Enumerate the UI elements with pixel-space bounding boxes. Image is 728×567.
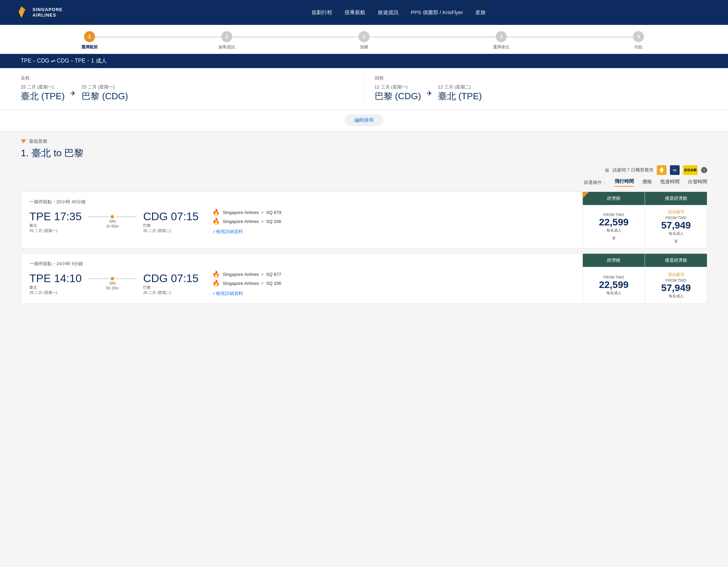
nav-item-0[interactable]: 規劃行程	[311, 9, 332, 16]
nav-item-1[interactable]: 搭乘新航	[345, 9, 365, 16]
logo-text-line1: SINGAPORE	[32, 7, 63, 12]
economy-body-1: FROM TWD 22,599 每名成人	[583, 267, 645, 304]
inbound-label: 回程	[375, 75, 708, 81]
airline-details-1: 🔥 Singapore Airlines • SQ 877 🔥 Singapor…	[212, 270, 281, 297]
economy-body-0: FROM TWD 22,599 每名成人 ∨	[583, 205, 645, 248]
via-0: SIN	[109, 219, 115, 223]
duration-1: 5h 20m	[106, 286, 119, 290]
premium-economy-header-1: 優選經濟艙	[645, 254, 707, 267]
arr-code-0: 巴黎	[143, 223, 198, 228]
inbound-plane-icon: ✈	[427, 89, 432, 97]
price-boxes-0: 經濟艙 FROM TWD 22,599 每名成人 ∨ 優選經濟艙 混合艙等 FR…	[582, 192, 707, 248]
filter-arrival-time[interactable]: 抵達時間	[660, 179, 680, 186]
triangle-icon	[21, 139, 26, 143]
main-content: 最低票價 1. 臺北 to 巴黎 ⊞ 請參閱 7 日機票費用 SK 新航集團 i…	[0, 131, 728, 316]
mixed-badge-1: 混合艙等	[668, 272, 684, 278]
step-1-circle: 1	[84, 31, 95, 42]
view-details-0[interactable]: ✓檢視詳細資料	[212, 229, 281, 235]
stops-label-1: 一個停留點・24小時 5分鐘	[29, 261, 574, 267]
sq-logo	[657, 165, 666, 175]
step-2-label: 旅客資訊	[218, 44, 235, 50]
filter-flight-time[interactable]: 飛行時間	[615, 178, 634, 187]
premium-economy-box-0[interactable]: 優選經濟艙 混合艙等 FROM TWD 57,949 每名成人 ∨	[645, 192, 707, 248]
step-1: 1 選擇航班	[21, 31, 158, 54]
flight-details: 去程 25 二月 (星期一) 臺北 (TPE) ✈ 25 二月 (星期一) 巴黎…	[0, 68, 728, 110]
economy-chevron-0[interactable]: ∨	[612, 234, 616, 241]
step-3-label: 加購	[360, 44, 368, 50]
premium-economy-box-1[interactable]: 優選經濟艙 混合艙等 FROM TWD 57,949 每名成人	[645, 254, 707, 304]
inbound-from-city: 巴黎 (CDG)	[375, 90, 421, 102]
economy-header-1: 經濟艙	[583, 254, 645, 267]
arrival-block-0: CDG 07:15 巴黎 26 二月 (星期二)	[143, 210, 198, 233]
route-banner: TPE－CDG ⇌ CDG－TPE・1 成人	[0, 54, 728, 68]
premium-chevron-0[interactable]: ∨	[674, 238, 678, 244]
singapore-airlines-logo-icon	[14, 5, 29, 20]
economy-price-0: 22,599	[599, 217, 629, 228]
arr-date-0: 26 二月 (星期二)	[143, 228, 198, 233]
airline-row-1-1: 🔥 Singapore Airlines • SQ 336	[212, 279, 281, 287]
steps: 1 選擇航班 2 旅客資訊 3 加購 4 選擇座位 5 付款	[21, 31, 707, 54]
arr-time-0: CDG 07:15	[143, 210, 198, 223]
stops-label-0: 一個停留點・20小時 40分鐘	[29, 199, 574, 205]
navbar: SINGAPORE AIRLINES 規劃行程 搭乘新航 旅遊資訊 PPS 俱樂…	[0, 0, 728, 25]
flight-info-0: 一個停留點・20小時 40分鐘 TPE 17:35 臺北 25 二月 (星期一)…	[21, 192, 582, 248]
edit-search-button[interactable]: 編輯搜尋	[345, 114, 383, 126]
nav-item-4[interactable]: 差旅	[475, 9, 486, 16]
dep-code-0: 臺北	[29, 223, 82, 228]
svg-marker-2	[660, 167, 664, 173]
departure-block-0: TPE 17:35 臺北 25 二月 (星期一)	[29, 210, 82, 233]
flight-row-0: TPE 17:35 臺北 25 二月 (星期一) SIN 1h 55m CDG …	[29, 208, 574, 235]
outbound-from-block: 25 二月 (星期一) 臺北 (TPE)	[21, 84, 65, 102]
step-5-circle: 5	[633, 31, 644, 42]
scoot-logo: 新航集團	[683, 165, 698, 175]
view-details-1[interactable]: ✓檢視詳細資料	[212, 290, 281, 297]
info-icon[interactable]: i	[701, 167, 707, 173]
premium-economy-body-0: 混合艙等 FROM TWD 57,949 每名成人 ∨	[645, 205, 707, 248]
logo-text-line2: AIRLINES	[32, 12, 63, 18]
sq-flame-1-1: 🔥	[212, 279, 220, 287]
step-3: 3 加購	[295, 31, 432, 54]
mixed-badge-0: 混合艙等	[668, 209, 684, 215]
price-boxes-1: 經濟艙 FROM TWD 22,599 每名成人 優選經濟艙 混合艙等 FROM…	[582, 254, 707, 304]
logo-area: SINGAPORE AIRLINES	[14, 5, 69, 20]
filter-price[interactable]: 價格	[642, 179, 652, 186]
stop-dot-1	[111, 277, 114, 280]
dep-time-0: TPE 17:35	[29, 210, 82, 223]
premium-economy-header-0: 優選經濟艙	[645, 192, 707, 205]
outbound-airports: 25 二月 (星期一) 臺北 (TPE) ✈ 25 二月 (星期一) 巴黎 (C…	[21, 84, 354, 102]
step-5: 5 付款	[570, 31, 707, 54]
sq-flame-0-1: 🔥	[212, 217, 220, 225]
inbound-to-block: 12 三月 (星期二) 臺北 (TPE)	[438, 84, 482, 102]
step-4-circle: 4	[496, 31, 507, 42]
outbound-to-block: 25 二月 (星期一) 巴黎 (CDG)	[82, 84, 128, 102]
arr-time-1: CDG 07:15	[143, 272, 198, 285]
premium-price-1: 57,949	[661, 282, 691, 294]
inbound-leg: 回程 11 三月 (星期一) 巴黎 (CDG) ✈ 12 三月 (星期二) 臺北…	[364, 75, 708, 102]
flight-info-1: 一個停留點・24小時 5分鐘 TPE 14:10 臺北 25 二月 (星期一) …	[21, 254, 582, 304]
outbound-plane-icon: ✈	[70, 89, 76, 97]
airline-info-bar: ⊞ 請參閱 7 日機票費用 SK 新航集團 i	[21, 165, 707, 175]
nav-item-2[interactable]: 旅遊資訊	[378, 9, 399, 16]
nav-links: 規劃行程 搭乘新航 旅遊資訊 PPS 俱樂部 / KrisFlyer 差旅	[83, 9, 714, 16]
via-1: SIN	[109, 281, 115, 285]
route-line-1: SIN 5h 20m	[88, 277, 136, 290]
duration-0: 1h 55m	[106, 224, 119, 228]
grid-icon: ⊞	[605, 167, 609, 173]
filter-departure-time[interactable]: 出發時間	[688, 179, 707, 186]
nav-item-3[interactable]: PPS 俱樂部 / KrisFlyer	[411, 9, 463, 16]
premium-economy-body-1: 混合艙等 FROM TWD 57,949 每名成人	[645, 267, 707, 304]
filter-bar: 篩選條件： 飛行時間 價格 抵達時間 出發時間	[21, 178, 707, 187]
economy-price-1: 22,599	[599, 279, 629, 290]
step-2: 2 旅客資訊	[158, 31, 295, 54]
arr-date-1: 26 二月 (星期二)	[143, 290, 198, 295]
economy-box-0[interactable]: 經濟艙 FROM TWD 22,599 每名成人 ∨	[582, 192, 645, 248]
economy-box-1[interactable]: 經濟艙 FROM TWD 22,599 每名成人	[582, 254, 645, 304]
progress-bar: 1 選擇航班 2 旅客資訊 3 加購 4 選擇座位 5 付款	[0, 25, 728, 54]
price-tag-icon-0	[582, 192, 589, 198]
sq-flame-1-0: 🔥	[212, 270, 220, 278]
step-5-label: 付款	[634, 44, 643, 50]
inbound-to-city: 臺北 (TPE)	[438, 90, 482, 102]
step-3-circle: 3	[358, 31, 370, 42]
stop-dot-0	[111, 215, 114, 219]
dep-date-0: 25 二月 (星期一)	[29, 228, 82, 233]
